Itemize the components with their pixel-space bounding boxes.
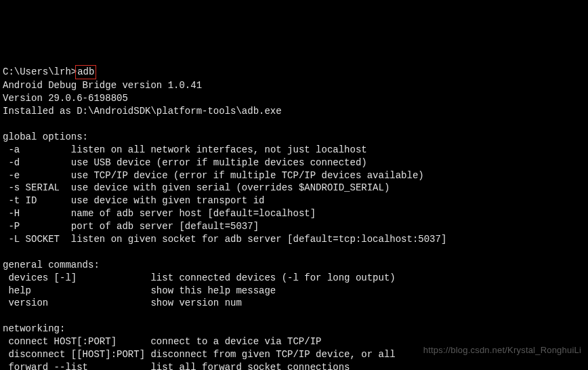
watermark-text: https://blog.csdn.net/Krystal_RonghuiLi (423, 344, 581, 356)
global-opt-flag-5: -H (3, 208, 71, 219)
net-cmd-2: forward --list (3, 362, 150, 370)
terminal-output: C:\Users\lrh>adb Android Debug Bridge ve… (0, 52, 588, 370)
global-opt-desc-1: use USB device (error if multiple device… (71, 157, 367, 168)
gen-cmd-2: version (3, 297, 150, 308)
global-opt-desc-5: name of adb server host [default=localho… (71, 208, 316, 219)
gen-cmd-0: devices [-l] (3, 272, 150, 283)
gen-cmd-1: help (3, 285, 150, 296)
net-desc-1: disconnect from given TCP/IP device, or … (150, 349, 395, 360)
global-opt-flag-4: -t ID (3, 195, 71, 206)
general-commands-header: general commands: (3, 260, 100, 270)
global-opt-flag-0: -a (3, 144, 71, 155)
version-line-0: Android Debug Bridge version 1.0.41 (3, 80, 202, 91)
global-opt-flag-2: -e (3, 170, 71, 181)
global-opt-flag-7: -L SOCKET (3, 234, 71, 245)
networking-header: networking: (3, 323, 65, 334)
global-options-header: global options: (3, 131, 88, 142)
global-opt-desc-2: use TCP/IP device (error if multiple TCP… (71, 170, 424, 181)
net-cmd-1: disconnect [[HOST]:PORT] (3, 349, 150, 360)
gen-desc-1: show this help message (150, 285, 276, 296)
version-line-1: Version 29.0.6-6198805 (3, 93, 128, 104)
net-cmd-0: connect HOST[:PORT] (3, 336, 150, 347)
command-text: adb (77, 66, 94, 77)
gen-desc-2: show version num (150, 297, 241, 308)
global-opt-desc-3: use device with given serial (overrides … (71, 182, 390, 193)
net-desc-0: connect to a device via TCP/IP (150, 336, 321, 347)
global-opt-desc-0: listen on all network interfaces, not ju… (71, 144, 367, 155)
prompt-path: C:\Users\lrh> (3, 66, 77, 77)
highlighted-command: adb (75, 65, 96, 79)
global-opt-flag-1: -d (3, 157, 71, 168)
global-opt-flag-6: -P (3, 221, 71, 232)
global-opt-desc-7: listen on given socket for adb server [d… (71, 234, 447, 245)
gen-desc-0: list connected devices (-l for long outp… (150, 272, 395, 283)
version-line-2: Installed as D:\AndroidSDK\platform-tool… (3, 106, 282, 117)
global-opt-flag-3: -s SERIAL (3, 182, 71, 193)
net-desc-2: list all forward socket connections (150, 362, 350, 370)
global-opt-desc-6: port of adb server [default=5037] (71, 221, 259, 232)
global-opt-desc-4: use device with given transport id (71, 195, 265, 206)
